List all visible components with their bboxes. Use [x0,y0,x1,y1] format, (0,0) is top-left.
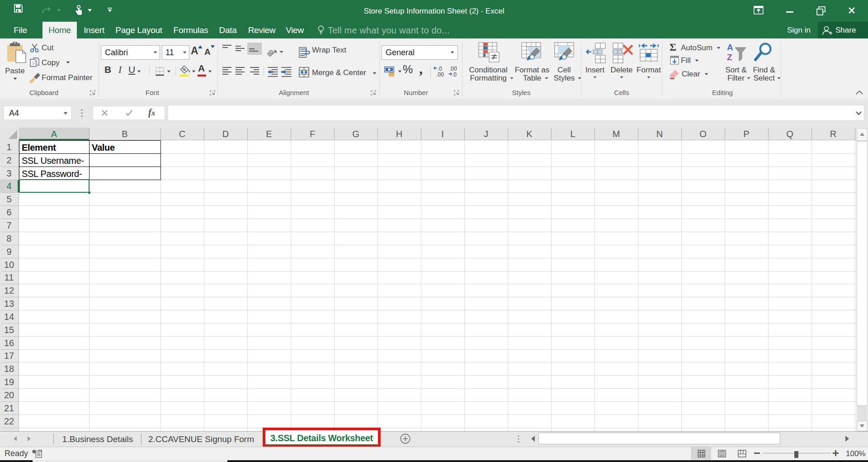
svg-text:Z: Z [727,52,732,62]
svg-text:.0: .0 [438,66,442,72]
svg-text:.00: .00 [436,71,444,78]
svg-text:A: A [727,43,733,52]
